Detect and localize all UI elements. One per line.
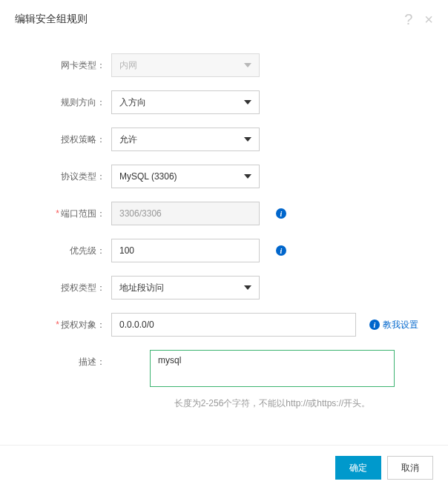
row-direction: 规则方向： 入方向 — [15, 90, 433, 114]
row-description: 描述： 长度为2-256个字符，不能以http://或https://开头。 — [15, 350, 433, 410]
help-link-auth-object[interactable]: i 教我设置 — [369, 319, 418, 331]
description-hint: 长度为2-256个字符，不能以http://或https://开头。 — [174, 397, 371, 410]
info-icon-help: i — [369, 320, 380, 330]
select-auth-policy[interactable]: 允许 — [111, 128, 260, 151]
row-nic-type: 网卡类型： 内网 — [15, 53, 433, 77]
security-group-rule-modal: 编辑安全组规则 ? × 网卡类型： 内网 规则方向： 入方向 授权策略： — [0, 0, 448, 490]
label-nic-type: 网卡类型： — [15, 53, 111, 72]
row-auth-type: 授权类型： 地址段访问 — [15, 276, 433, 299]
label-priority: 优先级： — [15, 239, 111, 257]
input-port-range — [111, 202, 260, 225]
label-description: 描述： — [15, 350, 111, 368]
select-auth-type[interactable]: 地址段访问 — [111, 276, 260, 299]
select-protocol[interactable]: MySQL (3306) — [111, 165, 260, 188]
close-icon[interactable]: × — [424, 12, 433, 27]
row-port-range: *端口范围： i — [15, 202, 433, 225]
info-icon-port[interactable]: i — [276, 208, 286, 219]
row-auth-object: *授权对象： i 教我设置 — [15, 313, 433, 337]
label-direction: 规则方向： — [15, 90, 111, 109]
label-auth-policy: 授权策略： — [15, 128, 111, 146]
modal-title: 编辑安全组规则 — [15, 13, 88, 26]
header-icons: ? × — [404, 12, 433, 27]
select-direction[interactable]: 入方向 — [111, 90, 260, 114]
help-icon[interactable]: ? — [404, 12, 412, 27]
row-auth-policy: 授权策略： 允许 — [15, 128, 433, 151]
label-protocol: 协议类型： — [15, 165, 111, 183]
textarea-description[interactable] — [150, 350, 395, 387]
input-priority[interactable] — [111, 239, 260, 262]
help-link-text: 教我设置 — [383, 319, 418, 331]
row-priority: 优先级： i — [15, 239, 433, 262]
label-auth-object: *授权对象： — [15, 313, 111, 331]
label-port-range: *端口范围： — [15, 202, 111, 220]
ok-button[interactable]: 确定 — [335, 456, 381, 480]
modal-footer: 确定 取消 — [0, 445, 448, 490]
input-auth-object[interactable] — [111, 313, 356, 337]
select-nic-type: 内网 — [111, 53, 260, 77]
label-auth-type: 授权类型： — [15, 276, 111, 294]
modal-header: 编辑安全组规则 ? × — [0, 0, 448, 39]
cancel-button[interactable]: 取消 — [387, 456, 433, 480]
row-protocol: 协议类型： MySQL (3306) — [15, 165, 433, 188]
info-icon-priority[interactable]: i — [276, 245, 286, 256]
modal-body: 网卡类型： 内网 规则方向： 入方向 授权策略： 允许 — [0, 39, 448, 445]
